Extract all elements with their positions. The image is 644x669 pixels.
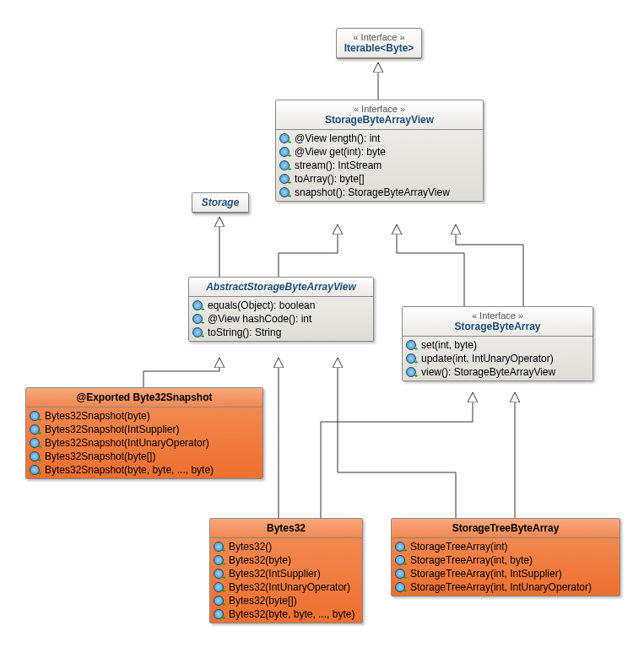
- member: Bytes32(byte, byte, ..., byte): [214, 607, 359, 621]
- class-name: StorageByteArrayView: [283, 114, 476, 126]
- stereotype: « Interface »: [409, 310, 586, 321]
- member: stream(): IntStream: [279, 159, 479, 172]
- member: Bytes32(byte[]): [214, 594, 359, 607]
- class-name: Iterable<Byte>: [344, 42, 414, 54]
- class-storage-byte-array-view: « Interface » StorageByteArrayView @View…: [275, 100, 484, 202]
- method-icon: [214, 541, 225, 553]
- member-text: Bytes32Snapshot(IntSupplier): [45, 424, 179, 435]
- method-icon: [30, 410, 41, 422]
- member: StorageTreeArray(int, IntSupplier): [395, 567, 616, 580]
- stereotype: « Interface »: [344, 32, 414, 42]
- member: view(): StorageByteArrayView: [406, 365, 589, 379]
- member: Bytes32(): [214, 540, 359, 553]
- member-text: view(): StorageByteArrayView: [421, 366, 555, 378]
- member-text: equals(Object): boolean: [208, 299, 315, 311]
- method-icon: [30, 450, 41, 462]
- member: StorageTreeArray(int, byte): [395, 553, 616, 567]
- member-text: update(int, IntUnaryOperator): [421, 353, 554, 364]
- member-text: StorageTreeArray(int, byte): [410, 554, 533, 566]
- member-text: @View get(int): byte: [295, 146, 386, 158]
- method-icon: [214, 608, 225, 620]
- method-icon: [214, 568, 225, 580]
- member: StorageTreeArray(int, IntUnaryOperator): [395, 580, 616, 594]
- member: Bytes32Snapshot(IntUnaryOperator): [30, 436, 259, 450]
- member: update(int, IntUnaryOperator): [406, 352, 589, 365]
- member: snapshot(): StorageByteArrayView: [279, 186, 479, 199]
- class-storage: Storage: [192, 192, 249, 213]
- member-text: Bytes32Snapshot(IntUnaryOperator): [45, 437, 209, 449]
- member-text: StorageTreeArray(int, IntUnaryOperator): [410, 581, 592, 593]
- member: toString(): String: [192, 326, 370, 339]
- method-icon: [30, 437, 41, 449]
- method-icon: [406, 366, 418, 378]
- member: equals(Object): boolean: [192, 299, 370, 312]
- member-text: toString(): String: [208, 326, 281, 338]
- class-iterable: « Interface » Iterable<Byte>: [336, 28, 422, 59]
- member-text: StorageTreeArray(int, IntSupplier): [410, 568, 562, 580]
- member-text: Bytes32Snapshot(byte): [45, 410, 150, 422]
- member-text: Bytes32(byte): [229, 554, 291, 566]
- class-name: Bytes32: [217, 522, 355, 534]
- member-text: set(int, byte): [421, 339, 477, 351]
- member-text: snapshot(): StorageByteArrayView: [295, 186, 450, 198]
- class-name: StorageTreeByteArray: [398, 522, 613, 534]
- member-text: @View length(): int: [295, 132, 380, 144]
- method-icon: [279, 146, 291, 158]
- member: @View length(): int: [279, 132, 479, 145]
- method-icon: [192, 326, 204, 338]
- method-icon: [395, 541, 407, 553]
- method-icon: [279, 159, 291, 171]
- member-text: Bytes32(): [229, 541, 272, 553]
- member: Bytes32(byte): [214, 553, 359, 567]
- method-icon: [279, 132, 291, 144]
- method-icon: [30, 464, 41, 476]
- member-text: StorageTreeArray(int): [410, 541, 508, 553]
- method-icon: [395, 554, 407, 566]
- method-icon: [406, 353, 418, 364]
- method-icon: [406, 339, 418, 351]
- method-icon: [395, 581, 407, 593]
- class-name: @Exported Byte32Snapshot: [33, 391, 256, 403]
- member: @View hashCode(): int: [192, 312, 370, 326]
- member: set(int, byte): [406, 338, 589, 352]
- member-text: @View hashCode(): int: [208, 313, 311, 325]
- class-storage-byte-array: « Interface » StorageByteArray set(int, …: [402, 306, 593, 381]
- method-icon: [395, 568, 407, 580]
- class-bytes32: Bytes32 Bytes32() Bytes32(byte) Bytes32(…: [209, 518, 363, 623]
- method-icon: [279, 173, 291, 185]
- class-byte32-snapshot: @Exported Byte32Snapshot Bytes32Snapshot…: [25, 387, 263, 479]
- class-name: AbstractStorageByteArrayView: [196, 281, 366, 293]
- member-text: toArray(): byte[]: [295, 173, 365, 185]
- class-storage-tree-byte-array: StorageTreeByteArray StorageTreeArray(in…: [391, 518, 620, 596]
- member-text: Bytes32(IntSupplier): [229, 568, 321, 580]
- member: Bytes32Snapshot(byte, byte, ..., byte): [30, 463, 259, 477]
- member-text: Bytes32(byte[]): [229, 595, 297, 607]
- class-name: Storage: [199, 197, 241, 208]
- class-name: StorageByteArray: [409, 321, 586, 332]
- method-icon: [192, 313, 204, 325]
- member-text: Bytes32Snapshot(byte, byte, ..., byte): [45, 464, 214, 476]
- member: Bytes32Snapshot(byte): [30, 409, 259, 423]
- method-icon: [214, 581, 225, 593]
- method-icon: [30, 424, 41, 435]
- stereotype: « Interface »: [283, 104, 476, 114]
- member: toArray(): byte[]: [279, 172, 479, 186]
- method-icon: [192, 299, 204, 311]
- member: Bytes32Snapshot(byte[]): [30, 450, 259, 463]
- member: Bytes32Snapshot(IntSupplier): [30, 423, 259, 436]
- member-text: Bytes32(byte, byte, ..., byte): [229, 608, 354, 620]
- member: Bytes32(IntSupplier): [214, 567, 359, 580]
- member: @View get(int): byte: [279, 145, 479, 159]
- method-icon: [214, 595, 225, 607]
- member-text: Bytes32(IntUnaryOperator): [229, 581, 350, 593]
- method-icon: [214, 554, 225, 566]
- member: StorageTreeArray(int): [395, 540, 616, 553]
- member-text: Bytes32Snapshot(byte[]): [45, 450, 155, 462]
- method-icon: [279, 186, 291, 198]
- class-abstract-storage-byte-array-view: AbstractStorageByteArrayView equals(Obje…: [188, 277, 374, 342]
- member: Bytes32(IntUnaryOperator): [214, 580, 359, 594]
- member-text: stream(): IntStream: [295, 159, 382, 171]
